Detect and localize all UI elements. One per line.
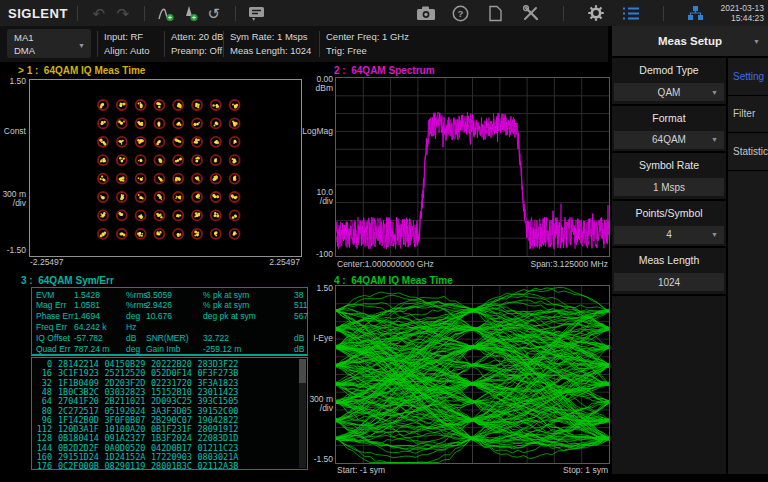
symerr-cell: %rms bbox=[126, 290, 148, 300]
p2-y-label: LogMag bbox=[293, 126, 333, 136]
status-atten-group: Atten: 20 dBPreamp: Off bbox=[171, 30, 223, 57]
symerr-cell: 1.5428 bbox=[74, 290, 100, 300]
chevron-down-icon: ▼ bbox=[753, 38, 760, 45]
symerr-cell: dB bbox=[126, 333, 136, 343]
eye-diagram-plot[interactable] bbox=[335, 285, 610, 464]
symerr-cell: %rms bbox=[126, 300, 148, 310]
symerr-table: EVM1.5428%rms3.5059% pk at sym38Mag Err1… bbox=[31, 287, 308, 356]
result-list-icon[interactable] bbox=[619, 2, 643, 24]
divider bbox=[164, 31, 165, 57]
hex-row: 1760C2F000B0829011928001B3C02112A3B bbox=[32, 461, 244, 470]
scrollbar-track[interactable] bbox=[299, 359, 306, 468]
divider bbox=[235, 6, 236, 21]
recall-history-icon[interactable]: ↺ bbox=[202, 2, 226, 24]
format-value[interactable]: 64QAM▼ bbox=[614, 131, 724, 149]
symerr-cell: deg bbox=[126, 311, 140, 321]
symerr-cell: Phase Err bbox=[36, 311, 74, 321]
p4-y-top: 1.50 bbox=[293, 283, 333, 293]
menu-item-format[interactable]: Format 64QAM▼ bbox=[612, 106, 726, 154]
symerr-cell: IQ Offset bbox=[36, 333, 70, 343]
meas-setup-menu: Demod Type QAM▼ Format 64QAM▼ Symbol Rat… bbox=[612, 58, 726, 296]
status-centerfreq-group: Center Freq: 1 GHzTrig: Free bbox=[326, 30, 409, 57]
symerr-cell: deg pk at sym bbox=[203, 311, 256, 321]
trace-selector-dropdown[interactable]: MA1 DMA ▼ bbox=[7, 29, 91, 58]
divider bbox=[563, 6, 564, 21]
title-bar: SIGLENT ↶ ↷ ↺ ? bbox=[0, 0, 768, 26]
tools-icon[interactable] bbox=[519, 2, 543, 24]
limit-line-icon[interactable] bbox=[154, 2, 178, 24]
p4-y-bottom: -1.50 bbox=[293, 454, 333, 464]
panel1-title: > 1 : 64QAM IQ Meas Time bbox=[18, 65, 145, 76]
status-bar: MA1 DMA ▼ Input: RFAlign: Auto Atten: 20… bbox=[0, 26, 608, 62]
symerr-cell: Freq Err bbox=[36, 322, 67, 332]
marker-icon[interactable] bbox=[178, 2, 202, 24]
network-lan-icon[interactable] bbox=[684, 2, 708, 24]
symerr-cell: 511 bbox=[294, 300, 308, 310]
redo-icon[interactable]: ↷ bbox=[111, 2, 135, 24]
symerr-cell: Quad Err bbox=[36, 344, 71, 354]
tab-statistic[interactable]: Statistic bbox=[728, 133, 768, 171]
meas-length-value[interactable]: 1024 bbox=[614, 273, 724, 291]
menu-item-meas-length[interactable]: Meas Length 1024 bbox=[612, 248, 726, 296]
chevron-down-icon: ▼ bbox=[711, 89, 718, 96]
file-icon[interactable] bbox=[484, 2, 508, 24]
p2-y-bottom: -100 bbox=[293, 249, 333, 259]
symerr-cell: 64.242 k bbox=[74, 322, 107, 332]
menu-item-symbol-rate[interactable]: Symbol Rate 1 Msps bbox=[612, 153, 726, 201]
chevron-down-icon: ▼ bbox=[78, 39, 85, 52]
p1-y-label: Const bbox=[0, 126, 26, 136]
symerr-cell: 2.9426 bbox=[146, 300, 172, 310]
symerr-cell: deg bbox=[126, 344, 140, 354]
divider bbox=[77, 6, 78, 21]
p2-y-top2: dBm bbox=[293, 83, 333, 93]
meas-setup-tabs: Setting Filter Statistic bbox=[726, 58, 768, 474]
meas-setup-header[interactable]: Meas Setup ▼ bbox=[612, 26, 768, 58]
symerr-cell: 10.676 bbox=[146, 311, 172, 321]
demod-type-value[interactable]: QAM▼ bbox=[614, 83, 724, 101]
siglent-logo: SIGLENT bbox=[8, 6, 68, 21]
screenshot-camera-icon[interactable] bbox=[414, 2, 438, 24]
symbol-hex-dump[interactable]: 02814221404150B2920222B20283D3F22163C1F1… bbox=[31, 357, 308, 470]
symerr-cell: dB bbox=[294, 344, 304, 354]
divider bbox=[319, 31, 320, 57]
p2-x-left: Center:1.000000000 GHz bbox=[337, 259, 434, 269]
menu-item-demod-type[interactable]: Demod Type QAM▼ bbox=[612, 58, 726, 106]
menu-item-points-per-symbol[interactable]: Points/Symbol 4▼ bbox=[612, 201, 726, 249]
symerr-cell: 1.0581 bbox=[74, 300, 100, 310]
tab-setting[interactable]: Setting bbox=[728, 58, 768, 96]
p4-y-label: I-Eye bbox=[293, 333, 333, 343]
divider bbox=[144, 6, 145, 21]
svg-text:?: ? bbox=[458, 8, 464, 19]
p1-x-right: 2.25497 bbox=[230, 257, 300, 267]
divider bbox=[663, 6, 664, 21]
settings-gear-icon[interactable] bbox=[584, 2, 608, 24]
spectrum-plot[interactable] bbox=[335, 77, 610, 257]
meas-setup-panel: Meas Setup ▼ Demod Type QAM▼ Format 64QA… bbox=[612, 26, 768, 474]
tab-filter[interactable]: Filter bbox=[728, 96, 768, 134]
status-symrate-group: Sym Rate: 1 MspsMeas Length: 1024 bbox=[230, 30, 311, 57]
undo-icon[interactable]: ↶ bbox=[87, 2, 111, 24]
symerr-cell: 32.722 bbox=[203, 333, 229, 343]
panel3-title: 3 : 64QAM Sym/Err bbox=[21, 275, 114, 286]
symbol-rate-value[interactable]: 1 Msps bbox=[614, 178, 724, 196]
constellation-plot[interactable] bbox=[29, 79, 302, 257]
p1-y-div2: /div bbox=[0, 198, 26, 208]
symerr-cell: SNR(MER) bbox=[146, 333, 189, 343]
help-icon[interactable]: ? bbox=[449, 2, 473, 24]
p2-x-right: Span:3.125000 MHz bbox=[488, 259, 608, 269]
annotation-icon[interactable] bbox=[245, 2, 269, 24]
symerr-cell: Gain Imb bbox=[146, 344, 181, 354]
vsa-screen: { "titlebar": { "logo": "SIGLENT", "date… bbox=[0, 0, 768, 482]
datetime: 2021-03-13 15:44:23 bbox=[721, 3, 764, 23]
chevron-down-icon: ▼ bbox=[711, 231, 718, 238]
symerr-cell: EVM bbox=[36, 290, 54, 300]
scrollbar-thumb[interactable] bbox=[299, 359, 306, 383]
symerr-cell: 1.4694 bbox=[74, 311, 100, 321]
symerr-cell: Hz bbox=[126, 322, 136, 332]
active-window-marker: > bbox=[18, 65, 24, 76]
toolbar-right: ? 2021-03-13 15:44:23 bbox=[414, 2, 764, 24]
p4-y-div2: /div bbox=[293, 403, 333, 413]
p1-y-bottom: -1.50 bbox=[0, 245, 26, 255]
points-per-symbol-value[interactable]: 4▼ bbox=[614, 226, 724, 244]
p2-y-div2: /div bbox=[293, 196, 333, 206]
